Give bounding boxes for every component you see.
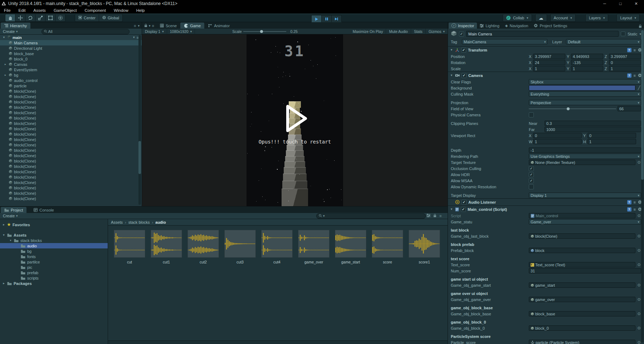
scrollbar-thumb[interactable] <box>138 141 141 174</box>
slider-knob[interactable] <box>567 107 570 110</box>
project-folder-assets[interactable]: ▾Assets <box>0 232 108 238</box>
text-field[interactable]: 0.3 <box>545 121 641 126</box>
foldout-arrow-icon[interactable]: ▼ <box>450 74 453 77</box>
help-icon[interactable]: ? <box>627 48 631 52</box>
breadcrumb-item-stack-blocks[interactable]: stack blocks <box>128 220 150 224</box>
active-checkbox[interactable]: ✓ <box>459 32 464 37</box>
hierarchy-item-block-clone[interactable]: block(Clone) <box>0 174 142 180</box>
lock-icon[interactable] <box>144 24 147 28</box>
asset-item-game-start[interactable]: game_start <box>333 230 368 264</box>
hierarchy-item-block-clone[interactable]: block(Clone) <box>0 94 142 99</box>
panel-menu-icon[interactable]: ≡ <box>152 24 154 28</box>
hierarchy-item-block-clone[interactable]: block(Clone) <box>0 190 142 196</box>
hierarchy-item-canvas[interactable]: ▸Canvas <box>0 62 142 67</box>
enabled-checkbox[interactable]: ✓ <box>461 48 466 53</box>
step-button[interactable] <box>331 15 342 23</box>
asset-item-cut[interactable]: cut <box>112 230 147 264</box>
scale-slider[interactable] <box>243 31 286 32</box>
rect-tool-button[interactable] <box>45 14 55 22</box>
object-field[interactable]: game_start <box>529 282 635 288</box>
object-picker-icon[interactable]: ⊙ <box>637 326 641 330</box>
enabled-checkbox[interactable]: ✓ <box>462 200 467 205</box>
project-folder-bg[interactable]: bg <box>0 248 108 254</box>
eyedropper-icon[interactable]: ╱ <box>637 86 641 90</box>
hierarchy-search-input[interactable]: All <box>42 29 130 34</box>
enabled-checkbox[interactable]: ✓ <box>461 207 466 212</box>
expand-arrow-icon[interactable]: ▸ <box>4 73 7 77</box>
presets-icon[interactable]: ≡ <box>634 73 636 78</box>
project-folder-packages[interactable]: ▸Packages <box>0 281 108 286</box>
panel-options-icon[interactable]: ▾ <box>149 24 151 28</box>
dropdown-field[interactable]: Use Graphics Settings▾ <box>529 154 641 159</box>
property-checkbox[interactable] <box>529 184 534 189</box>
project-folder-pic[interactable]: pic <box>0 265 108 270</box>
search-by-type-icon[interactable] <box>426 214 430 218</box>
object-picker-icon[interactable]: ⊙ <box>637 248 641 253</box>
foldout-arrow-icon[interactable]: ▼ <box>450 208 453 211</box>
asset-item-score[interactable]: score <box>370 230 405 264</box>
menu-item-gameobject[interactable]: GameObject <box>50 8 81 13</box>
hierarchy-item-block-0[interactable]: block_0 <box>0 56 142 62</box>
breadcrumb-item-audio[interactable]: audio <box>155 220 166 224</box>
object-field[interactable]: game_over <box>529 297 635 302</box>
audio-listener-header[interactable]: ✓Audio Listener?≡ <box>448 199 644 205</box>
display-dropdown[interactable]: Display 1 ▾ <box>142 29 167 34</box>
game-play-button[interactable] <box>277 101 313 137</box>
hierarchy-item-block-base[interactable]: block_base <box>0 51 142 56</box>
hierarchy-item-directional-light[interactable]: Directional Light <box>0 45 142 51</box>
help-icon[interactable]: ? <box>627 200 631 204</box>
project-folder-audio[interactable]: audio <box>0 243 108 248</box>
text-field[interactable]: 0 <box>533 133 582 138</box>
hierarchy-item-block-clone[interactable]: block(Clone) <box>0 158 142 164</box>
tab-project-settings[interactable]: Project Settings <box>531 23 570 29</box>
color-swatch[interactable] <box>529 85 635 91</box>
chevron-down-icon[interactable]: ▾ <box>133 35 135 40</box>
expand-arrow-icon[interactable]: ▸ <box>2 282 5 285</box>
move-tool-button[interactable] <box>15 14 25 22</box>
rotate-tool-button[interactable] <box>25 14 35 22</box>
object-name-field[interactable]: Main Camera <box>466 31 619 37</box>
foldout-arrow-icon[interactable]: ▼ <box>450 48 453 52</box>
asset-item-cut3[interactable]: cut3 <box>223 230 257 264</box>
maximize-window-button[interactable]: □ <box>613 1 628 6</box>
resolution-dropdown[interactable]: 1080x1920 ▾ <box>167 29 195 34</box>
project-folder-favorites[interactable]: ▸★Favorites <box>0 222 108 227</box>
dropdown-field[interactable]: Perspective▾ <box>529 100 641 105</box>
help-icon[interactable]: ? <box>627 73 631 78</box>
camera-header[interactable]: ▼✓Camera?≡ <box>448 72 644 79</box>
pause-button[interactable] <box>321 15 331 23</box>
text-field[interactable]: 0 <box>587 133 636 138</box>
presets-icon[interactable]: ≡ <box>634 200 636 204</box>
object-field[interactable]: block_base <box>529 311 635 316</box>
account-dropdown[interactable]: Account ▾ <box>550 14 576 22</box>
menu-item-edit[interactable]: Edit <box>15 8 30 13</box>
text-field[interactable]: 3.299997 <box>609 54 641 59</box>
text-field[interactable]: 1 <box>587 139 636 144</box>
lock-icon[interactable] <box>433 214 436 218</box>
tab-animator[interactable]: Animator <box>204 23 233 29</box>
object-field[interactable]: TText_score (Text) <box>529 262 635 267</box>
close-window-button[interactable]: ✕ <box>628 1 644 6</box>
object-field[interactable]: block <box>529 248 635 253</box>
object-picker-icon[interactable]: ⊙ <box>637 160 641 165</box>
project-folder-partilce[interactable]: partilce <box>0 259 108 265</box>
text-field[interactable]: -1 <box>529 147 641 153</box>
search-filter-caret-icon[interactable]: ▾ <box>323 214 325 218</box>
hierarchy-item-bg[interactable]: ▸bg <box>0 72 142 78</box>
object-picker-icon[interactable]: ⊙ <box>637 340 641 344</box>
tab-console[interactable]: Console <box>30 207 57 213</box>
text-field[interactable]: 4.949993 <box>571 54 603 59</box>
object-picker-icon[interactable]: ⊙ <box>637 213 641 218</box>
hierarchy-item-block-clone[interactable]: block(Clone) <box>0 185 142 190</box>
help-icon[interactable]: ? <box>627 207 631 212</box>
hierarchy-item-block-clone[interactable]: block(Clone) <box>0 105 142 110</box>
dropdown-field[interactable]: Skybox▾ <box>529 79 641 84</box>
text-field[interactable]: 1 <box>533 66 565 71</box>
object-field[interactable]: Main_control <box>529 213 635 218</box>
hierarchy-item-block-clone[interactable]: block(Clone) <box>0 147 142 153</box>
tag-dropdown[interactable]: MainCamera▾ <box>462 39 547 44</box>
text-field[interactable]: 0 <box>609 60 641 65</box>
tab-navigation[interactable]: ◈Navigation <box>502 23 531 29</box>
scrollbar-thumb[interactable] <box>641 30 644 180</box>
layer-dropdown[interactable]: Default▾ <box>566 39 641 44</box>
